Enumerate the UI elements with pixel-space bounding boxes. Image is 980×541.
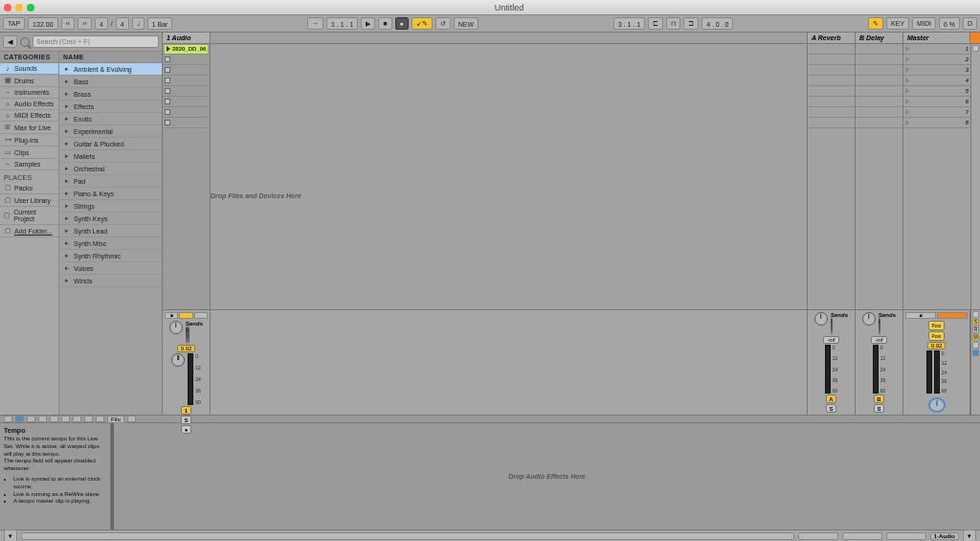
volume-knob[interactable] xyxy=(171,353,185,367)
clip-slot[interactable] xyxy=(163,107,210,118)
overdub-button[interactable]: ↙✎ xyxy=(412,17,433,30)
clip-stop-button[interactable] xyxy=(165,56,170,62)
activator-a[interactable]: A xyxy=(826,394,836,403)
tempo-field[interactable]: 132.00 xyxy=(28,17,57,30)
category-audio-effects[interactable]: ⟐Audio Effects xyxy=(0,99,58,110)
detail-view-toggle[interactable]: ▾ xyxy=(4,530,17,541)
solo-b[interactable]: S xyxy=(874,404,884,413)
fifo-label[interactable]: Fifo xyxy=(107,416,124,423)
track-header-master[interactable]: Master xyxy=(903,33,970,43)
volume-value-b[interactable]: -inf xyxy=(871,336,886,344)
sound-category-item[interactable]: ▸Voices xyxy=(59,262,162,275)
follow-button[interactable]: → xyxy=(307,17,323,30)
session-arrangement-toggle[interactable] xyxy=(970,33,980,43)
send-knob-a[interactable] xyxy=(831,317,833,335)
category-midi-effects[interactable]: ⟐MIDI Effects xyxy=(0,110,58,122)
punch-out-button[interactable]: ⊐ xyxy=(683,17,699,30)
track-status[interactable] xyxy=(179,312,192,319)
loop-length[interactable]: 4 . 0 . 0 xyxy=(702,17,733,30)
pan-knob-a[interactable] xyxy=(814,312,828,326)
scene-launch-5[interactable]: 5 xyxy=(903,86,970,97)
sound-category-item[interactable]: ▸Ambient & Evolving xyxy=(59,63,162,76)
sound-category-item[interactable]: ▸Brass xyxy=(59,88,162,101)
nudge-down-button[interactable]: ‹‹ xyxy=(61,17,76,30)
clip-stop-button[interactable] xyxy=(165,109,170,115)
sound-category-item[interactable]: ▸Experimental xyxy=(59,125,162,138)
place-packs[interactable]: ▢Packs xyxy=(0,182,58,194)
volume-value-a[interactable]: -inf xyxy=(823,336,838,344)
detail-toggle-right[interactable]: ▾ xyxy=(963,530,976,541)
post-button-2[interactable]: Post xyxy=(928,331,944,341)
sound-category-item[interactable]: ▸Winds xyxy=(59,275,162,287)
record-button[interactable]: ● xyxy=(395,17,409,30)
category-drums[interactable]: ▦Drums xyxy=(0,75,58,87)
sound-category-item[interactable]: ▸Mallets xyxy=(59,150,162,163)
returns-section-toggle[interactable]: R xyxy=(972,327,979,333)
clip-slot[interactable]: 2820_DD_96_Dr xyxy=(163,44,210,55)
sound-category-item[interactable]: ▸Bass xyxy=(59,76,162,88)
midi-map-button[interactable]: MIDI xyxy=(912,17,936,30)
send-b-knob[interactable] xyxy=(188,326,189,344)
category-plug-ins[interactable]: ⊶Plug-ins xyxy=(0,134,58,147)
automation-arm-button[interactable]: ↺ xyxy=(435,17,451,30)
pan-knob-b[interactable] xyxy=(862,312,876,326)
sound-category-item[interactable]: ▸Strings xyxy=(59,200,162,213)
scene-launch-7[interactable]: 7 xyxy=(903,107,970,118)
scene-launch-8[interactable]: 8 xyxy=(903,118,970,128)
solo-a[interactable]: S xyxy=(826,404,836,413)
sound-category-item[interactable]: ▸Guitar & Plucked xyxy=(59,138,162,150)
stop-clips-button[interactable]: ■ xyxy=(165,312,178,319)
punch-in-button[interactable]: ⊏ xyxy=(648,17,663,30)
clip-stop-button[interactable] xyxy=(165,67,170,73)
sound-category-item[interactable]: ▸Piano & Keys xyxy=(59,188,162,200)
track-status-2[interactable] xyxy=(194,312,208,319)
clip-stop-button[interactable] xyxy=(165,99,170,104)
tap-tempo-button[interactable]: TAP xyxy=(3,17,25,30)
sound-category-item[interactable]: ▸Pad xyxy=(59,175,162,188)
preview-toggle[interactable] xyxy=(15,416,24,422)
category-samples[interactable]: ~Samples xyxy=(0,159,58,170)
mixer-section-toggle[interactable]: M xyxy=(972,334,979,341)
track-header-audio[interactable]: 1 Audio xyxy=(163,33,211,43)
overview-scroll[interactable] xyxy=(21,532,794,540)
master-volume-value[interactable]: 0.92 xyxy=(927,342,947,349)
place-add-folder-[interactable]: ▢Add Folder... xyxy=(0,225,58,237)
sound-category-item[interactable]: ▸Synth Keys xyxy=(59,213,162,225)
browser-collapse-button[interactable]: ◀ xyxy=(3,35,17,48)
sound-category-item[interactable]: ▸Synth Lead xyxy=(59,225,162,237)
clip-slot[interactable] xyxy=(163,55,210,65)
loop-button[interactable]: ⊓ xyxy=(666,17,680,30)
draw-mode-button[interactable]: ✎ xyxy=(868,17,883,30)
time-sig-den[interactable]: 4 xyxy=(116,17,129,30)
search-input[interactable] xyxy=(33,35,159,48)
clip-slot[interactable] xyxy=(163,118,210,128)
category-sounds[interactable]: ♪Sounds xyxy=(0,63,58,75)
clip[interactable]: 2820_DD_96_Dr xyxy=(165,45,208,54)
sound-category-item[interactable]: ▸Effects xyxy=(59,101,162,113)
io-section-toggle[interactable] xyxy=(972,311,979,318)
minimize-icon[interactable] xyxy=(15,4,23,11)
track-header-reverb[interactable]: A Reverb xyxy=(808,33,856,43)
scene-launch-6[interactable]: 6 xyxy=(903,97,970,107)
quantize-menu[interactable]: 1 Bar xyxy=(147,17,173,30)
sound-category-item[interactable]: ▸Synth Rhythmic xyxy=(59,250,162,262)
capture-button[interactable]: NEW xyxy=(454,17,479,30)
scene-launch-4[interactable]: 4 xyxy=(903,76,970,86)
place-user-library[interactable]: ▢User Library xyxy=(0,194,58,207)
device-view[interactable]: Drop Audio Effects Here xyxy=(111,423,980,530)
close-icon[interactable] xyxy=(4,4,11,11)
category-instruments[interactable]: ~Instruments xyxy=(0,87,58,99)
place-current-project[interactable]: ▢Current Project xyxy=(0,207,58,225)
pan-knob[interactable] xyxy=(169,321,183,334)
metronome-button[interactable]: ♩ xyxy=(132,17,145,30)
volume-value[interactable]: 0.92 xyxy=(177,345,196,352)
zoom-icon[interactable] xyxy=(27,4,34,11)
sends-section-toggle[interactable]: S xyxy=(972,319,979,326)
sound-category-item[interactable]: ▸Exotic xyxy=(59,113,162,125)
clip-slot[interactable] xyxy=(163,86,210,97)
sound-category-item[interactable]: ▸Synth Misc xyxy=(59,237,162,250)
stop-all-button[interactable]: ■ xyxy=(905,312,936,319)
track-header-delay[interactable]: B Delay xyxy=(856,33,903,43)
loop-start[interactable]: 3 . 1 . 1 xyxy=(613,17,645,30)
category-clips[interactable]: ▭Clips xyxy=(0,147,58,159)
